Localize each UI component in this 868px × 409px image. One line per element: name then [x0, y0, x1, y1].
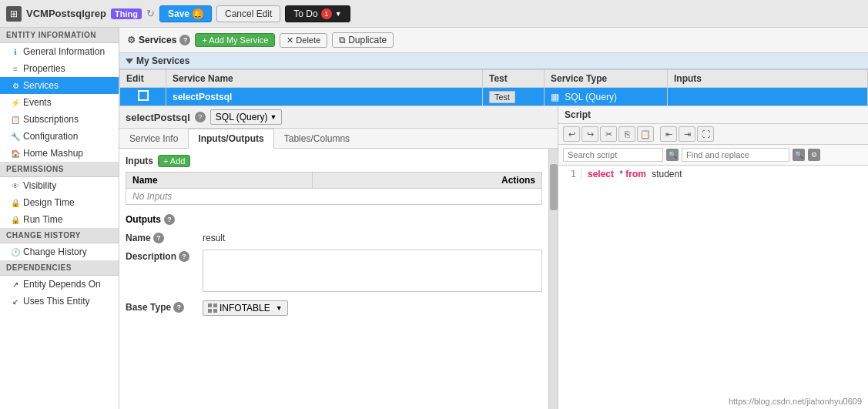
code-table: student: [652, 169, 682, 179]
line-number-1: 1: [558, 169, 581, 179]
test-button[interactable]: Test: [489, 91, 515, 103]
infotable-chevron: ▼: [276, 304, 283, 312]
tab-inputs-outputs[interactable]: Inputs/Outputs: [188, 129, 273, 149]
services-title: ⚙ Services ?: [127, 35, 190, 45]
todo-button[interactable]: To Do 1 ▼: [285, 5, 350, 22]
inputs-section-title: Inputs + Add: [126, 155, 542, 167]
my-services-label[interactable]: My Services: [119, 53, 868, 69]
tab-tables-columns[interactable]: Tables/Columns: [274, 129, 360, 148]
no-inputs-row: No Inputs: [126, 189, 542, 205]
duplicate-icon: ⧉: [339, 35, 346, 45]
save-button[interactable]: Save 🔔: [159, 5, 212, 22]
search-icon[interactable]: 🔍: [666, 149, 679, 161]
properties-icon: ≡: [11, 64, 20, 73]
detail-panel: selectPostsql ? SQL (Query) ▼ Service In…: [119, 106, 868, 409]
redo-button[interactable]: ↪: [581, 126, 598, 142]
row-edit: [120, 88, 166, 106]
find-replace-input[interactable]: [682, 148, 789, 162]
col-inputs: Inputs: [668, 70, 868, 88]
sidebar-item-properties[interactable]: ≡ Properties: [0, 60, 119, 77]
detail-right: Script ↩ ↪ ✂ ⎘ 📋 ⇤ ⇥ ⛶ 🔍 🔍: [558, 106, 868, 409]
main-layout: ENTITY INFORMATION ℹ General Information…: [0, 28, 868, 409]
sidebar-item-subscriptions[interactable]: 📋 Subscriptions: [0, 111, 119, 128]
delete-button[interactable]: ✕ Delete: [280, 33, 327, 48]
name-field-row: Name ? result: [126, 231, 542, 243]
todo-chevron-icon: ▼: [335, 10, 342, 18]
name-field-label: Name ?: [126, 231, 203, 243]
inputs-col-name: Name: [126, 173, 313, 189]
sidebar-item-change-history[interactable]: 🕐 Change History: [0, 243, 119, 260]
design-time-icon: 🔒: [11, 198, 20, 207]
events-icon: ⚡: [11, 98, 20, 107]
sql-type-label: SQL (Query): [216, 112, 268, 122]
desc-help-icon[interactable]: ?: [179, 251, 189, 262]
tabs: Service Info Inputs/Outputs Tables/Colum…: [119, 129, 558, 149]
subscriptions-icon: 📋: [11, 115, 20, 124]
description-textarea[interactable]: [203, 250, 542, 292]
sidebar-item-home-mashup[interactable]: 🏠 Home Mashup: [0, 145, 119, 162]
copy-button[interactable]: ⎘: [618, 126, 635, 142]
cut-button[interactable]: ✂: [600, 126, 617, 142]
base-type-label: Base Type ?: [126, 300, 203, 313]
services-icon: ⚙: [11, 81, 20, 90]
services-title-text: Services: [139, 35, 176, 45]
indent-right-button[interactable]: ⇥: [679, 126, 695, 142]
add-my-service-button[interactable]: + Add My Service: [195, 33, 275, 47]
sidebar-item-design-time[interactable]: 🔒 Design Time: [0, 194, 119, 211]
sidebar-item-visibility[interactable]: 👁 Visibility: [0, 177, 119, 194]
expand-button[interactable]: ⛶: [697, 126, 714, 142]
duplicate-button[interactable]: ⧉ Duplicate: [332, 32, 394, 48]
col-test: Test: [483, 70, 545, 88]
scroll-bar[interactable]: [548, 149, 558, 409]
sidebar-item-general-info[interactable]: ℹ General Information: [0, 43, 119, 60]
sidebar: ENTITY INFORMATION ℹ General Information…: [0, 28, 119, 409]
top-bar: ⊞ VCMPostsqlgrep Thing ↻ Save 🔔 Cancel E…: [0, 0, 868, 28]
scroll-thumb[interactable]: [550, 164, 558, 210]
table-row[interactable]: selectPostsql Test ▦ SQL (Query): [120, 88, 868, 106]
content-area: ⚙ Services ? + Add My Service ✕ Delete ⧉…: [119, 28, 868, 409]
depends-on-icon: ↗: [11, 280, 20, 289]
col-edit: Edit: [120, 70, 166, 88]
script-search-input[interactable]: [563, 148, 663, 162]
code-line-1: 1 select * from student: [558, 169, 868, 179]
tab-service-info[interactable]: Service Info: [119, 129, 188, 148]
row-service-name: selectPostsql: [166, 88, 483, 106]
detail-help-icon[interactable]: ?: [195, 112, 206, 122]
undo-button[interactable]: ↩: [563, 126, 580, 142]
find-replace-options-icon[interactable]: ⚙: [808, 149, 820, 161]
paste-button[interactable]: 📋: [637, 126, 654, 142]
base-type-help-icon[interactable]: ?: [173, 302, 184, 313]
find-replace-icon[interactable]: 🔍: [793, 149, 805, 161]
indent-left-button[interactable]: ⇤: [660, 126, 677, 142]
save-label: Save: [168, 8, 189, 19]
infotable-dropdown[interactable]: INFOTABLE ▼: [203, 300, 288, 316]
sidebar-item-entity-depends-on[interactable]: ↗ Entity Depends On: [0, 276, 119, 293]
io-panel: Inputs + Add Name Actions: [119, 149, 548, 409]
add-input-button[interactable]: + Add: [158, 155, 190, 167]
permissions-section: PERMISSIONS: [0, 162, 119, 177]
cancel-edit-button[interactable]: Cancel Edit: [216, 5, 280, 22]
refresh-icon[interactable]: ↻: [146, 8, 155, 19]
detail-service-name: selectPostsql: [126, 112, 190, 123]
outputs-help-icon[interactable]: ?: [164, 214, 175, 225]
sidebar-item-configuration[interactable]: 🔧 Configuration: [0, 128, 119, 145]
services-header: ⚙ Services ? + Add My Service ✕ Delete ⧉…: [119, 28, 868, 53]
description-field-row: Description ?: [126, 250, 542, 294]
script-content: 1 select * from student: [558, 166, 868, 409]
code-text-1: select * from student: [588, 169, 682, 179]
name-field-value: result: [203, 231, 542, 243]
sql-type-dropdown[interactable]: SQL (Query) ▼: [210, 109, 283, 125]
sidebar-item-uses-this-entity[interactable]: ↙ Uses This Entity: [0, 293, 119, 310]
services-title-icon: ⚙: [127, 35, 136, 45]
run-time-icon: 🔒: [11, 215, 20, 224]
services-table: Edit Service Name Test Service Type Inpu…: [119, 69, 868, 106]
col-service-name: Service Name: [166, 70, 483, 88]
infotable-label: INFOTABLE: [220, 303, 270, 313]
name-help-icon[interactable]: ?: [153, 233, 164, 243]
sidebar-item-services[interactable]: ⚙ Services: [0, 77, 119, 94]
sidebar-item-run-time[interactable]: 🔒 Run Time: [0, 211, 119, 228]
services-help-icon[interactable]: ?: [179, 35, 190, 45]
info-icon: ℹ: [11, 47, 20, 56]
entity-name: VCMPostsqlgrep: [26, 8, 106, 19]
sidebar-item-events[interactable]: ⚡ Events: [0, 94, 119, 111]
